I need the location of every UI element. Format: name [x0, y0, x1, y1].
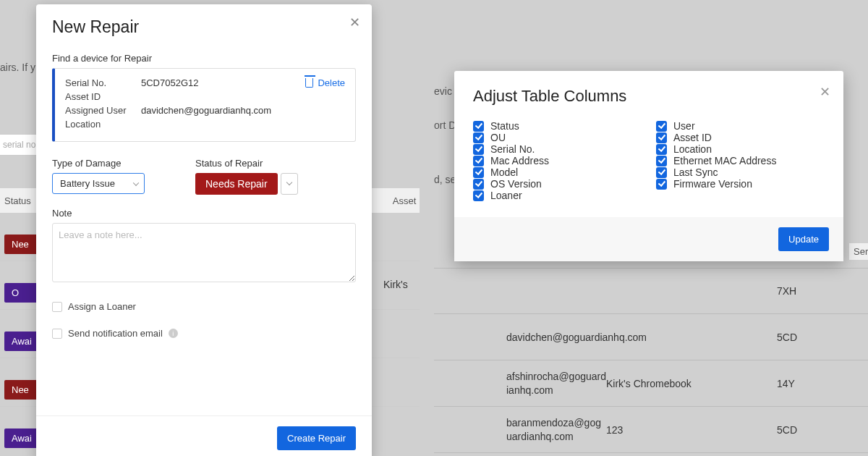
column-label: Status [490, 120, 519, 132]
bg-status-badge: O [4, 283, 41, 303]
send-email-checkbox[interactable] [52, 329, 62, 339]
column-checkbox[interactable] [473, 190, 484, 201]
bg-text-fragment: airs. If y [0, 62, 35, 73]
column-label: Location [673, 143, 712, 155]
chevron-down-icon [133, 180, 139, 185]
column-checkbox[interactable] [656, 132, 667, 143]
create-repair-button[interactable]: Create Repair [277, 426, 356, 450]
column-checkbox[interactable] [473, 179, 484, 190]
repair-status-dropdown[interactable] [281, 173, 298, 195]
column-checkbox[interactable] [656, 156, 667, 166]
column-checkbox[interactable] [656, 179, 667, 190]
column-label: Firmware Version [673, 178, 752, 190]
info-icon: i [169, 329, 178, 338]
column-checkbox[interactable] [656, 144, 667, 155]
bg-text-fragment: evic [434, 85, 452, 97]
send-email-label: Send notification email [68, 328, 163, 339]
column-checkbox[interactable] [656, 121, 667, 132]
close-icon[interactable]: ✕ [349, 14, 360, 30]
note-textarea[interactable] [52, 223, 356, 282]
bg-text-fragment: ort D [434, 119, 456, 131]
column-label: Asset ID [673, 132, 712, 143]
delete-button[interactable]: Delete [305, 77, 345, 88]
note-label: Note [52, 208, 356, 219]
column-label: OS Version [490, 178, 542, 190]
update-button[interactable]: Update [778, 227, 829, 251]
close-icon[interactable]: ✕ [820, 84, 830, 100]
column-label: Mac Address [490, 155, 549, 166]
column-label: Ethernet MAC Address [673, 155, 776, 166]
modal-title: New Repair [52, 17, 356, 37]
adjust-columns-modal: ✕ Adjust Table Columns Status OU Serial … [454, 71, 843, 261]
column-checkbox[interactable] [473, 121, 484, 132]
assign-loaner-checkbox[interactable] [52, 302, 62, 312]
column-label: Model [490, 166, 518, 178]
find-device-label: Find a device for Repair [52, 53, 356, 64]
columns-grid: Status OU Serial No. Mac Address Model O… [454, 113, 843, 217]
column-label: Serial No. [490, 143, 535, 155]
repair-status-pill[interactable]: Needs Repair [195, 173, 278, 195]
bg-header-serial: Seri [849, 243, 868, 260]
device-card: Delete Serial No.5CD7052G12 Asset ID Ass… [52, 68, 356, 142]
chevron-down-icon [286, 180, 292, 185]
new-repair-modal: ✕ New Repair Find a device for Repair De… [36, 4, 372, 456]
column-label: OU [490, 132, 506, 143]
damage-label: Type of Damage [52, 158, 145, 169]
bg-text-fragment: d, se [434, 174, 456, 185]
status-label: Status of Repair [195, 158, 298, 169]
modal-title: Adjust Table Columns [473, 87, 825, 106]
right-background-table: 7XH davidchen@goguardianhq.com 5CD afshi… [434, 318, 868, 453]
column-checkbox[interactable] [473, 167, 484, 178]
column-label: User [673, 120, 695, 132]
column-checkbox[interactable] [473, 156, 484, 166]
column-checkbox[interactable] [473, 144, 484, 155]
column-checkbox[interactable] [656, 167, 667, 178]
trash-icon [305, 78, 313, 88]
column-label: Last Sync [673, 166, 718, 178]
column-label: Loaner [490, 190, 522, 201]
damage-type-dropdown[interactable]: Battery Issue [52, 173, 145, 194]
column-checkbox[interactable] [473, 132, 484, 143]
assign-loaner-label: Assign a Loaner [68, 301, 136, 312]
